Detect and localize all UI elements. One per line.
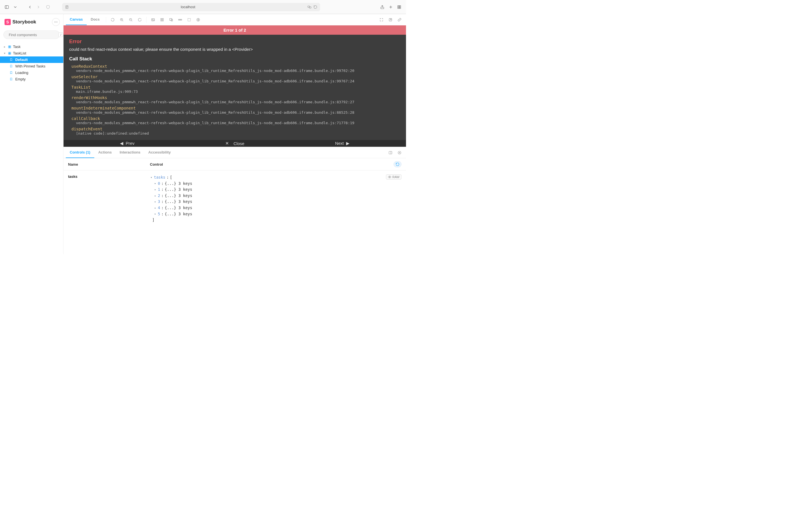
svg-rect-48 — [188, 18, 190, 21]
viewport-icon[interactable] — [167, 15, 175, 24]
svg-rect-24 — [8, 52, 10, 53]
tabs-overview-icon[interactable] — [395, 3, 403, 11]
tree-component-task[interactable]: ▸ Task — [0, 43, 63, 50]
sidebar-menu-button[interactable] — [52, 18, 60, 26]
close-panel-icon[interactable] — [395, 149, 404, 157]
fullscreen-icon[interactable] — [377, 15, 386, 24]
svg-rect-53 — [389, 151, 392, 154]
svg-point-50 — [198, 18, 199, 19]
callstack-location: vendors-node_modules_pmmmwh_react-refres… — [69, 100, 400, 104]
zoom-out-icon[interactable] — [126, 15, 135, 24]
nav-back-button[interactable] — [26, 3, 34, 11]
reader-icon — [65, 5, 69, 9]
story-empty[interactable]: Empty — [0, 76, 63, 82]
tab-docs[interactable]: Docs — [87, 14, 104, 25]
json-item[interactable]: ▸0 : {...} 3 keys — [150, 181, 402, 187]
open-new-tab-icon[interactable] — [386, 15, 395, 24]
svg-rect-22 — [8, 47, 10, 48]
bookmark-icon — [10, 71, 13, 74]
copy-link-icon[interactable] — [395, 15, 404, 24]
callstack-location: vendors-node_modules_pmmmwh_react-refres… — [69, 110, 400, 115]
json-item[interactable]: ▸3 : {...} 3 keys — [150, 199, 402, 205]
story-loading[interactable]: Loading — [0, 70, 63, 76]
json-close: ] — [150, 217, 402, 223]
measure-icon[interactable] — [176, 15, 185, 24]
story-label: Default — [15, 57, 28, 62]
error-next-button[interactable]: Next ▶ — [335, 141, 350, 146]
story-label: Loading — [15, 71, 28, 75]
outline-icon[interactable] — [185, 15, 193, 24]
callstack-list: useReduxContextvendors-node_modules_pmmm… — [69, 64, 400, 135]
error-banner: Error 1 of 2 — [64, 26, 406, 35]
tab-controls[interactable]: Controls (1) — [66, 147, 94, 158]
callstack-location: [native code]:undefined:undefined — [69, 131, 400, 135]
svg-rect-12 — [400, 5, 401, 7]
json-tree[interactable]: ▾ tasks : [ ▸0 : {...} 3 keys▸1 : {...} … — [150, 174, 402, 223]
json-item[interactable]: ▸1 : {...} 3 keys — [150, 186, 402, 193]
address-bar[interactable]: localhost — [62, 3, 320, 11]
zoom-reset-icon[interactable] — [135, 15, 144, 24]
callstack-function: mountIndeterminateComponent — [69, 106, 400, 110]
callstack-frame: useReduxContextvendors-node_modules_pmmm… — [69, 64, 400, 73]
accessibility-vision-icon[interactable] — [194, 15, 202, 24]
remount-icon[interactable] — [109, 15, 117, 24]
callstack-function: callCallback — [69, 116, 400, 121]
chevron-down-icon[interactable] — [11, 3, 19, 11]
background-icon[interactable] — [149, 15, 157, 24]
share-icon[interactable] — [378, 3, 386, 11]
json-root[interactable]: ▾ tasks : [ — [150, 174, 402, 181]
tab-accessibility[interactable]: Accessibility — [144, 147, 175, 158]
json-item[interactable]: ▸4 : {...} 3 keys — [150, 205, 402, 211]
story-with-pinned-tasks[interactable]: With Pinned Tasks — [0, 63, 63, 70]
story-default[interactable]: Default — [0, 56, 63, 63]
callstack-location: vendors-node_modules_pmmmwh_react-refres… — [69, 79, 400, 83]
svg-rect-21 — [10, 46, 11, 47]
callstack-frame: dispatchEvent[native code]:undefined:und… — [69, 127, 400, 135]
callstack-location: vendors-node_modules_pmmmwh_react-refres… — [69, 69, 400, 73]
search-input-wrapper[interactable]: / — [3, 31, 60, 39]
svg-rect-27 — [10, 53, 11, 54]
reload-icon[interactable] — [313, 5, 317, 9]
nav-forward-button[interactable] — [34, 3, 42, 11]
chevron-right-icon: ▸ — [154, 206, 157, 210]
svg-point-16 — [55, 22, 56, 22]
reset-controls-button[interactable] — [394, 161, 402, 167]
sidebar-toggle-icon[interactable] — [3, 3, 11, 11]
svg-rect-0 — [5, 5, 8, 8]
error-nav: ◀ Prev ✕ Close Next ▶ — [64, 140, 406, 147]
bookmark-icon — [10, 78, 13, 81]
tab-canvas[interactable]: Canvas — [66, 14, 87, 25]
new-tab-icon[interactable] — [387, 3, 395, 11]
callstack-function: useSelector — [69, 75, 400, 79]
chevron-right-icon: ▸ — [154, 200, 157, 204]
error-close-button[interactable]: ✕ Close — [225, 141, 244, 146]
json-item[interactable]: ▸2 : {...} 3 keys — [150, 193, 402, 199]
storybook-logo: S Storybook — [4, 19, 36, 25]
svg-point-36 — [152, 19, 153, 20]
panel-position-icon[interactable] — [386, 149, 395, 157]
zoom-in-icon[interactable] — [117, 15, 126, 24]
chevron-right-icon: ▸ — [154, 194, 157, 198]
svg-rect-40 — [162, 20, 163, 21]
shield-icon[interactable] — [44, 3, 52, 11]
chevron-right-icon: ▸ — [154, 187, 157, 192]
story-label: With Pinned Tasks — [15, 64, 45, 68]
svg-rect-11 — [398, 5, 399, 7]
svg-rect-37 — [161, 18, 162, 19]
translate-icon[interactable] — [307, 5, 312, 9]
grid-icon[interactable] — [158, 15, 166, 24]
controls-header-control: Control — [150, 162, 163, 167]
tab-actions[interactable]: Actions — [94, 147, 116, 158]
tree-component-tasklist[interactable]: ▾ TaskList — [0, 50, 63, 56]
error-prev-button[interactable]: ◀ Prev — [120, 141, 134, 146]
svg-rect-26 — [8, 53, 10, 54]
callstack-frame: callCallbackvendors-node_modules_pmmmwh_… — [69, 116, 400, 125]
svg-rect-20 — [8, 46, 10, 47]
search-shortcut: / — [58, 33, 63, 37]
search-input[interactable] — [9, 33, 56, 37]
bookmark-icon — [10, 65, 13, 68]
raw-toggle[interactable]: RAW — [386, 174, 402, 179]
json-item[interactable]: ▸5 : {...} 3 keys — [150, 211, 402, 217]
tab-interactions[interactable]: Interactions — [116, 147, 145, 158]
sidebar: S Storybook / ▸ Task ▾ — [0, 14, 64, 254]
